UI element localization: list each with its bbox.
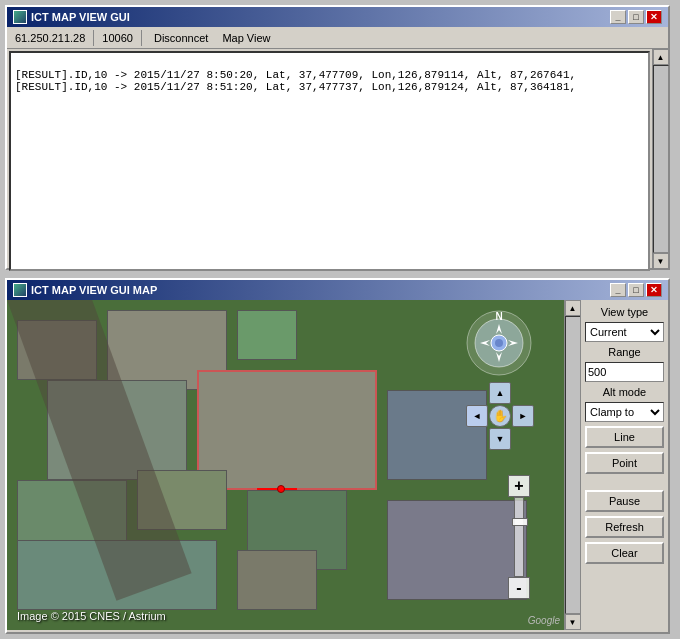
maximize-button[interactable]: □	[628, 10, 644, 24]
line-button[interactable]: Line	[585, 426, 664, 448]
port-number: 10060	[102, 32, 133, 44]
bottom-app-icon	[13, 283, 27, 297]
menu-actions: Disconncet Map View	[146, 30, 279, 46]
pan-down-button[interactable]: ▼	[489, 428, 511, 450]
map-view[interactable]: Image © 2015 CNES / Astrium Google N	[7, 300, 564, 630]
zoom-out-button[interactable]: -	[508, 577, 530, 599]
bottom-window: ICT MAP VIEW GUI MAP _ □ ✕	[5, 278, 670, 634]
refresh-button[interactable]: Refresh	[585, 516, 664, 538]
scroll-up-arrow[interactable]: ▲	[653, 49, 669, 65]
pan-up-button[interactable]: ▲	[489, 382, 511, 404]
zoom-thumb[interactable]	[512, 518, 528, 526]
bottom-window-title: ICT MAP VIEW GUI MAP	[31, 284, 157, 296]
pause-button[interactable]: Pause	[585, 490, 664, 512]
zoom-control: + -	[508, 475, 530, 599]
top-window-title: ICT MAP VIEW GUI	[31, 11, 130, 23]
right-panel: View type Current History All Range Alt …	[580, 300, 668, 630]
close-button[interactable]: ✕	[646, 10, 662, 24]
pan-control: ▲ ◄ ✋ ► ▼	[466, 382, 534, 450]
divider-2	[141, 30, 142, 46]
point-button[interactable]: Point	[585, 452, 664, 474]
divider-1	[93, 30, 94, 46]
app-icon	[13, 10, 27, 24]
bottom-maximize-button[interactable]: □	[628, 283, 644, 297]
copyright-text: Image © 2015 CNES / Astrium	[17, 610, 166, 622]
titlebar-left: ICT MAP VIEW GUI	[13, 10, 130, 24]
top-titlebar: ICT MAP VIEW GUI _ □ ✕	[7, 7, 668, 27]
map-container: Image © 2015 CNES / Astrium Google N	[7, 300, 668, 630]
view-type-label: View type	[585, 306, 664, 318]
log-output: [RESULT].ID,10 -> 2015/11/27 8:50:20, La…	[9, 51, 650, 271]
range-input[interactable]	[585, 362, 664, 382]
disconnect-menu[interactable]: Disconncet	[150, 30, 212, 46]
pan-right-button[interactable]: ►	[512, 405, 534, 427]
port-section: 10060	[98, 32, 137, 44]
map-scrollbar[interactable]: ▲ ▼	[564, 300, 580, 630]
bottom-minimize-button[interactable]: _	[610, 283, 626, 297]
ip-address: 61.250.211.28	[15, 32, 85, 44]
map-scroll-up[interactable]: ▲	[565, 300, 581, 316]
spacer	[585, 478, 664, 486]
connection-info: 61.250.211.28	[11, 32, 89, 44]
bottom-close-button[interactable]: ✕	[646, 283, 662, 297]
minimize-button[interactable]: _	[610, 10, 626, 24]
scroll-track[interactable]	[653, 65, 669, 253]
view-type-select[interactable]: Current History All	[585, 322, 664, 342]
bottom-window-buttons: _ □ ✕	[610, 283, 662, 297]
mapview-menu[interactable]: Map View	[218, 30, 274, 46]
pan-left-button[interactable]: ◄	[466, 405, 488, 427]
scrollbar-top[interactable]: ▲ ▼	[652, 49, 668, 269]
google-logo: Google	[528, 615, 560, 626]
alt-mode-label: Alt mode	[585, 386, 664, 398]
top-window-buttons: _ □ ✕	[610, 10, 662, 24]
zoom-in-button[interactable]: +	[508, 475, 530, 497]
building-11	[237, 550, 317, 610]
range-label: Range	[585, 346, 664, 358]
alt-mode-select[interactable]: Clamp to Relative Absolute	[585, 402, 664, 422]
building-9	[387, 500, 527, 600]
top-window: ICT MAP VIEW GUI _ □ ✕ 61.250.211.28 100…	[5, 5, 670, 270]
building-3	[237, 310, 297, 360]
clear-button[interactable]: Clear	[585, 542, 664, 564]
zoom-track[interactable]	[514, 497, 524, 577]
svg-point-8	[495, 339, 503, 347]
bottom-titlebar: ICT MAP VIEW GUI MAP _ □ ✕	[7, 280, 668, 300]
svg-text:N: N	[495, 311, 502, 322]
map-scroll-track[interactable]	[565, 316, 581, 614]
bottom-titlebar-left: ICT MAP VIEW GUI MAP	[13, 283, 157, 297]
compass-control: N	[464, 308, 534, 378]
map-scroll-down[interactable]: ▼	[565, 614, 581, 630]
menubar: 61.250.211.28 10060 Disconncet Map View	[7, 27, 668, 49]
pan-center-button[interactable]: ✋	[489, 405, 511, 427]
scroll-down-arrow[interactable]: ▼	[653, 253, 669, 269]
compass-svg: N	[464, 308, 534, 378]
